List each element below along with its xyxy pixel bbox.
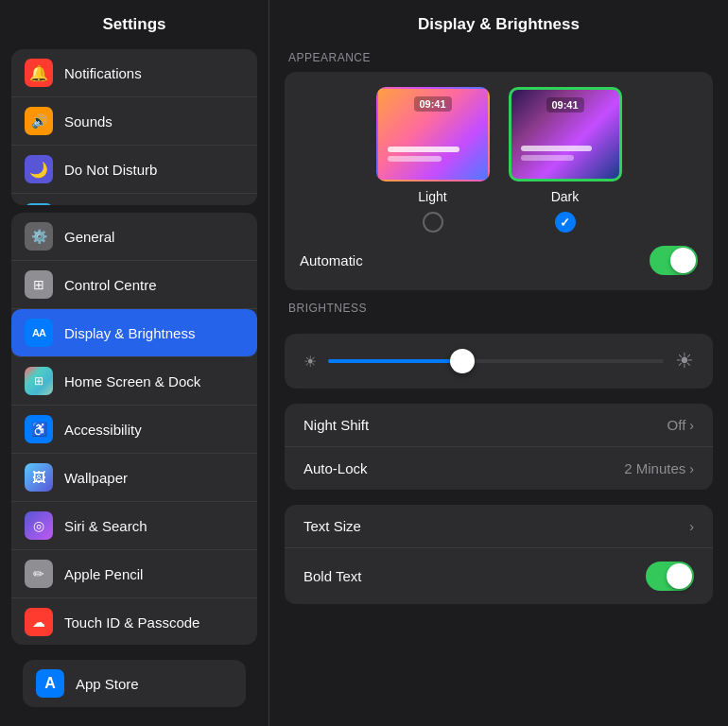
sidebar-item-siri-search[interactable]: ◎ Siri & Search xyxy=(11,502,257,550)
sidebar-item-do-not-disturb[interactable]: 🌙 Do Not Disturb xyxy=(11,146,257,194)
sidebar-bottom: A App Store xyxy=(0,648,269,726)
sidebar-item-label: Control Centre xyxy=(64,277,244,293)
sidebar-item-touch-id[interactable]: ☁ Touch ID & Passcode xyxy=(11,598,257,645)
text-settings-group: Text Size › Bold Text xyxy=(285,505,713,604)
sidebar-item-app-store[interactable]: A App Store xyxy=(23,660,246,707)
appearance-preview-light: 09:41 xyxy=(376,87,490,182)
brightness-slider-thumb[interactable] xyxy=(450,349,475,373)
settings-rows-group: Night Shift Off › Auto-Lock 2 Minutes › xyxy=(285,404,713,490)
sidebar-item-general[interactable]: ⚙️ General xyxy=(11,213,257,261)
text-size-row[interactable]: Text Size › xyxy=(285,505,713,548)
brightness-slider-track[interactable] xyxy=(328,359,664,363)
touch-id-icon: ☁ xyxy=(25,608,53,636)
brightness-row: ☀ ☀ xyxy=(303,349,694,373)
auto-lock-chevron: › xyxy=(689,461,694,476)
auto-lock-value: 2 Minutes › xyxy=(624,460,694,476)
sun-icon-small: ☀ xyxy=(303,353,317,371)
bold-text-toggle[interactable] xyxy=(646,562,694,591)
night-shift-row[interactable]: Night Shift Off › xyxy=(285,404,713,447)
siri-search-icon: ◎ xyxy=(25,511,53,540)
appearance-option-dark[interactable]: 09:41 Dark xyxy=(509,87,622,233)
accessibility-icon: ♿ xyxy=(25,415,53,443)
light-radio[interactable] xyxy=(423,212,443,233)
brightness-section-label: BRIGHTNESS xyxy=(269,302,728,322)
sidebar-item-screen-time[interactable]: ⏱ Screen Time xyxy=(11,194,257,205)
notifications-icon: 🔔 xyxy=(25,59,53,87)
sidebar-item-label: Home Screen & Dock xyxy=(64,373,244,389)
appearance-section: 09:41 Light 09:41 Da xyxy=(285,72,713,290)
sidebar-title: Settings xyxy=(0,0,269,45)
sidebar-item-sounds[interactable]: 🔊 Sounds xyxy=(11,97,257,146)
light-label: Light xyxy=(418,189,446,204)
text-size-value: › xyxy=(689,519,694,534)
sidebar-item-label: Notifications xyxy=(64,65,244,81)
auto-lock-label: Auto-Lock xyxy=(303,460,368,476)
light-bar-2 xyxy=(388,156,442,162)
sidebar-group-2: ⚙️ General ⊞ Control Centre AA Display &… xyxy=(11,213,257,645)
sidebar-item-label: Do Not Disturb xyxy=(64,162,244,178)
appearance-preview-dark: 09:41 xyxy=(509,87,622,182)
dark-time: 09:41 xyxy=(546,97,583,112)
main-title: Display & Brightness xyxy=(269,0,728,51)
dark-bar-1 xyxy=(521,146,592,151)
sounds-icon: 🔊 xyxy=(25,107,53,135)
night-shift-label: Night Shift xyxy=(303,417,369,433)
dark-bars xyxy=(521,146,610,164)
sun-icon-large: ☀ xyxy=(675,349,694,373)
sidebar-item-accessibility[interactable]: ♿ Accessibility xyxy=(11,406,257,454)
automatic-toggle[interactable] xyxy=(650,246,698,275)
app-store-icon: A xyxy=(36,669,64,698)
bold-text-row[interactable]: Bold Text xyxy=(285,548,713,604)
appearance-section-label: APPEARANCE xyxy=(269,51,728,72)
control-centre-icon: ⊞ xyxy=(25,270,53,299)
brightness-slider-fill xyxy=(328,359,462,363)
auto-lock-row[interactable]: Auto-Lock 2 Minutes › xyxy=(285,447,713,490)
night-shift-chevron: › xyxy=(689,418,694,433)
main-panel: Display & Brightness APPEARANCE 09:41 Li… xyxy=(269,0,728,726)
sidebar-item-notifications[interactable]: 🔔 Notifications xyxy=(11,49,257,97)
appearance-option-light[interactable]: 09:41 Light xyxy=(376,87,490,233)
wallpaper-icon: 🖼 xyxy=(25,463,53,492)
sidebar-group-bottom: A App Store xyxy=(23,660,246,707)
sidebar-item-label: Siri & Search xyxy=(64,518,244,534)
sidebar-item-label: General xyxy=(64,229,244,245)
sidebar-item-label: Touch ID & Passcode xyxy=(64,614,244,631)
sidebar-item-wallpaper[interactable]: 🖼 Wallpaper xyxy=(11,454,257,502)
sidebar-item-label: Sounds xyxy=(64,113,244,130)
sidebar-item-label: App Store xyxy=(76,676,233,692)
screen-time-icon: ⏱ xyxy=(25,203,53,205)
sidebar-item-label: Accessibility xyxy=(64,422,244,438)
night-shift-value: Off › xyxy=(667,417,694,433)
dark-label: Dark xyxy=(551,189,580,204)
dark-radio[interactable] xyxy=(555,212,576,233)
text-size-chevron: › xyxy=(689,519,694,534)
dark-bar-2 xyxy=(521,155,574,161)
text-size-label: Text Size xyxy=(303,518,361,534)
light-bars xyxy=(388,147,478,165)
sidebar-item-display-brightness[interactable]: AA Display & Brightness xyxy=(11,309,257,357)
appearance-options: 09:41 Light 09:41 Da xyxy=(300,87,698,233)
sidebar-group-1: 🔔 Notifications 🔊 Sounds 🌙 Do Not Distur… xyxy=(11,49,257,205)
bold-text-label: Bold Text xyxy=(303,568,361,584)
sidebar-item-control-centre[interactable]: ⊞ Control Centre xyxy=(11,261,257,309)
sidebar-item-label: Wallpaper xyxy=(64,470,244,486)
sidebar-item-label: Display & Brightness xyxy=(64,325,244,341)
sidebar-item-label: Apple Pencil xyxy=(64,566,244,582)
do-not-disturb-icon: 🌙 xyxy=(25,155,53,183)
general-icon: ⚙️ xyxy=(25,222,53,251)
display-brightness-icon: AA xyxy=(25,319,53,347)
light-bar-1 xyxy=(388,147,460,152)
sidebar: Settings 🔔 Notifications 🔊 Sounds 🌙 Do N… xyxy=(0,0,269,726)
apple-pencil-icon: ✏ xyxy=(25,560,53,588)
brightness-section: ☀ ☀ xyxy=(285,334,713,389)
sidebar-item-home-screen[interactable]: ⊞ Home Screen & Dock xyxy=(11,357,257,406)
light-time: 09:41 xyxy=(413,96,451,112)
sidebar-item-apple-pencil[interactable]: ✏ Apple Pencil xyxy=(11,550,257,598)
home-screen-icon: ⊞ xyxy=(25,367,53,395)
automatic-label: Automatic xyxy=(300,252,363,268)
